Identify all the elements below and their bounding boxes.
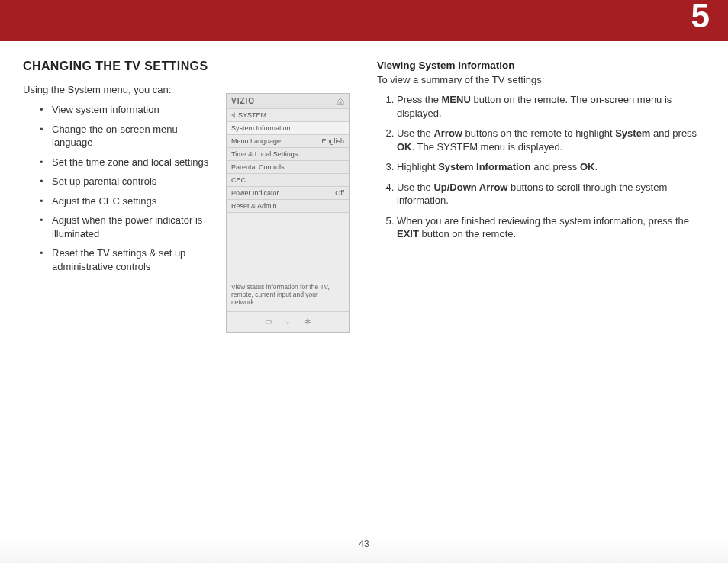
step-item: Use the Up/Down Arrow buttons to scroll … [397, 181, 705, 208]
right-subheading: Viewing System Information [377, 60, 705, 71]
intro-text: Using the System menu, you can: [23, 84, 212, 95]
list-item: Set up parental controls [40, 175, 212, 188]
back-arrow-icon [231, 112, 235, 118]
right-intro: To view a summary of the TV settings: [377, 74, 705, 85]
home-icon [337, 98, 344, 105]
tv-item-value: Off [335, 189, 344, 197]
left-column: CHANGING THE TV SETTINGS Using the Syste… [23, 60, 351, 279]
tv-menu-spacer [227, 213, 349, 278]
tv-item-value: English [321, 137, 344, 145]
chapter-number: 5 [691, 0, 710, 35]
tv-item-label: Power Indicator [231, 189, 279, 197]
feature-bullet-list: View system information Change the on-sc… [23, 103, 212, 273]
tv-menu-breadcrumb: SYSTEM [227, 109, 349, 122]
tv-menu-help-text: View status information for the TV, remo… [227, 278, 349, 311]
page-footer: 43 [0, 536, 728, 563]
tv-menu-item: CEC [227, 174, 349, 187]
step-item: When you are finished reviewing the syst… [397, 214, 705, 241]
tv-item-label: Time & Local Settings [231, 150, 298, 158]
header-bar: 5 [0, 0, 728, 41]
page-number: 43 [359, 539, 369, 549]
list-item: Reset the TV settings & set up administr… [40, 246, 212, 273]
step-item: Press the MENU button on the remote. The… [397, 93, 705, 120]
tv-menu-header: VIZIO [227, 94, 349, 109]
step-item: Use the Arrow buttons on the remote to h… [397, 127, 705, 153]
left-text-block: Using the System menu, you can: View sys… [23, 84, 212, 273]
tv-item-label: CEC [231, 176, 246, 184]
wide-icon: ▭ [262, 318, 274, 327]
chevron-down-icon: ⌄ [282, 318, 294, 327]
tv-menu-item: Reset & Admin [227, 200, 349, 213]
tv-menu-footer: ▭ ⌄ ✻ [227, 311, 349, 332]
tv-item-label: Parental Controls [231, 163, 285, 171]
list-item: Change the on-screen menu language [40, 123, 212, 150]
list-item: Set the time zone and local settings [40, 156, 212, 169]
tv-menu-mock: VIZIO SYSTEM System Information Menu Lan… [226, 93, 350, 333]
tv-item-label: Menu Language [231, 137, 281, 145]
tv-menu-item: Time & Local Settings [227, 148, 349, 161]
list-item: Adjust the CEC settings [40, 195, 212, 208]
tv-menu-item: Power Indicator Off [227, 187, 349, 200]
list-item: View system information [40, 103, 212, 117]
tv-menu-item: System Information [227, 122, 349, 135]
tv-item-label: System Information [231, 124, 291, 132]
step-item: Highlight System Information and press O… [397, 160, 705, 174]
breadcrumb-label: SYSTEM [238, 111, 266, 119]
list-item: Adjust when the power indicator is illum… [40, 214, 212, 240]
page-body: CHANGING THE TV SETTINGS Using the Syste… [0, 41, 728, 279]
tv-brand-logo: VIZIO [231, 97, 255, 105]
tv-menu-item: Menu Language English [227, 135, 349, 148]
tv-menu-item: Parental Controls [227, 161, 349, 174]
right-column: Viewing System Information To view a sum… [377, 60, 705, 279]
steps-list: Press the MENU button on the remote. The… [377, 93, 705, 241]
section-title: CHANGING THE TV SETTINGS [23, 60, 351, 73]
gear-icon: ✻ [301, 318, 314, 327]
tv-item-label: Reset & Admin [231, 202, 277, 210]
